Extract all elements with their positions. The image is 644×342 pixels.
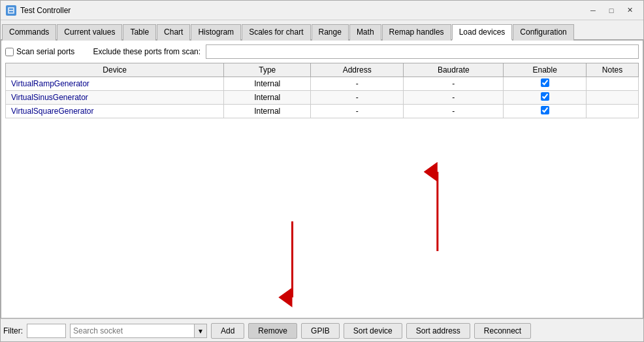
enable-checkbox[interactable] (541, 92, 549, 101)
device-baudrate-cell: - (404, 77, 504, 91)
socket-select-wrapper: ▼ (70, 324, 207, 338)
reconnect-button[interactable]: Reconnect (474, 323, 531, 339)
device-name-cell: VirtualSinusGenerator (6, 91, 224, 105)
tab-bar: CommandsCurrent valuesTableChartHistogra… (1, 20, 643, 41)
device-baudrate-cell: - (404, 91, 504, 105)
gpib-button[interactable]: GPIB (301, 323, 340, 339)
device-enable-cell[interactable] (504, 77, 587, 91)
svg-rect-1 (9, 9, 13, 10)
scan-serial-label[interactable]: Scan serial ports (5, 47, 74, 56)
content-area: Scan serial ports Exclude these ports fr… (1, 41, 643, 318)
tab-commands[interactable]: Commands (2, 24, 56, 41)
device-type-cell: Internal (224, 77, 311, 91)
col-header-baudrate: Baudrate (404, 63, 504, 77)
close-button[interactable]: ✕ (621, 4, 638, 17)
col-header-device: Device (6, 63, 224, 77)
device-notes-cell (587, 105, 639, 118)
minimize-button[interactable]: ─ (585, 4, 602, 17)
titlebar: Test Controller ─ □ ✕ (1, 1, 643, 20)
col-header-notes: Notes (587, 63, 639, 77)
tab-remap-handles[interactable]: Remap handles (382, 24, 451, 41)
search-socket-input[interactable] (70, 324, 194, 338)
col-header-address: Address (311, 63, 404, 77)
device-baudrate-cell: - (404, 105, 504, 118)
tab-current-values[interactable]: Current values (57, 24, 122, 41)
tab-configuration[interactable]: Configuration (513, 24, 573, 41)
tab-scales-for-chart[interactable]: Scales for chart (242, 24, 310, 41)
tab-histogram[interactable]: Histogram (191, 24, 241, 41)
device-name-cell: VirtualSquareGenerator (6, 105, 224, 118)
col-header-enable: Enable (504, 63, 587, 77)
device-name-cell: VirtualRampGenerator (6, 77, 224, 91)
main-window: Test Controller ─ □ ✕ CommandsCurrent va… (0, 0, 644, 342)
remove-button[interactable]: Remove (248, 323, 297, 339)
bottom-bar: Filter: ▼ Add Remove GPIB Sort device So… (1, 318, 643, 341)
device-type-cell: Internal (224, 105, 311, 118)
scan-row: Scan serial ports Exclude these ports fr… (5, 44, 639, 59)
add-button[interactable]: Add (211, 323, 244, 339)
device-enable-cell[interactable] (504, 105, 587, 118)
window-controls: ─ □ ✕ (585, 4, 638, 17)
maximize-button[interactable]: □ (603, 4, 620, 17)
svg-rect-2 (9, 11, 13, 12)
filter-label: Filter: (3, 326, 23, 335)
device-type-cell: Internal (224, 91, 311, 105)
device-address-cell: - (311, 105, 404, 118)
window-title: Test Controller (20, 6, 585, 15)
enable-checkbox[interactable] (541, 106, 549, 114)
tab-range[interactable]: Range (312, 24, 349, 41)
sort-address-button[interactable]: Sort address (406, 323, 470, 339)
enable-checkbox[interactable] (541, 78, 549, 87)
table-row: VirtualSquareGeneratorInternal-- (6, 105, 639, 118)
table-row: VirtualRampGeneratorInternal-- (6, 77, 639, 91)
main-area: DeviceTypeAddressBaudrateEnableNotes Vir… (5, 63, 639, 314)
table-row: VirtualSinusGeneratorInternal-- (6, 91, 639, 105)
device-address-cell: - (311, 91, 404, 105)
socket-dropdown-button[interactable]: ▼ (194, 324, 207, 338)
device-notes-cell (587, 77, 639, 91)
device-address-cell: - (311, 77, 404, 91)
tab-load-devices[interactable]: Load devices (452, 24, 513, 41)
exclude-label: Exclude these ports from scan: (93, 47, 201, 56)
sort-device-button[interactable]: Sort device (344, 323, 402, 339)
filter-input[interactable] (27, 324, 66, 338)
tab-table[interactable]: Table (123, 24, 156, 41)
tab-chart[interactable]: Chart (157, 24, 190, 41)
device-table: DeviceTypeAddressBaudrateEnableNotes Vir… (5, 63, 639, 118)
col-header-type: Type (224, 63, 311, 77)
exclude-input[interactable] (206, 44, 639, 59)
device-enable-cell[interactable] (504, 91, 587, 105)
scan-serial-checkbox[interactable] (5, 48, 14, 56)
app-icon (6, 5, 16, 16)
device-notes-cell (587, 91, 639, 105)
tab-math[interactable]: Math (349, 24, 381, 41)
svg-rect-0 (8, 7, 14, 14)
